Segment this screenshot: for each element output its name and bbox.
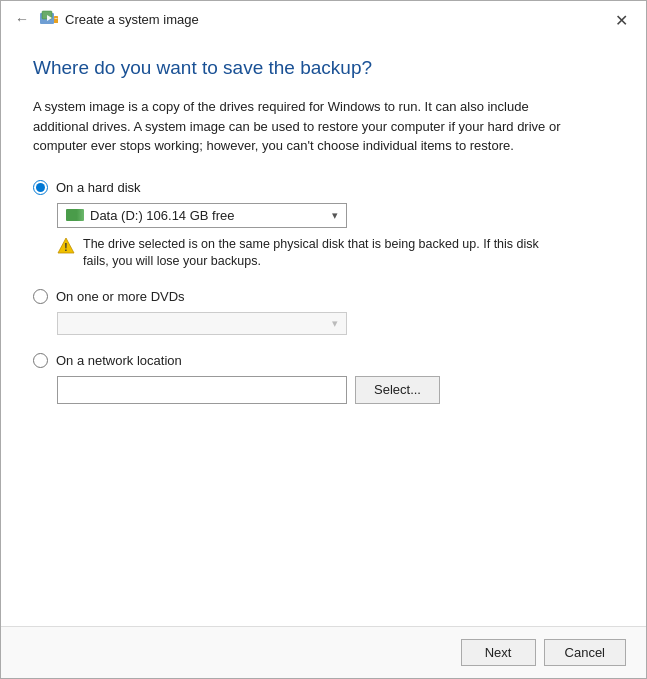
network-section: On a network location Select... xyxy=(33,353,614,404)
hard-disk-dropdown-value: Data (D:) 106.14 GB free xyxy=(90,208,235,223)
page-title: Where do you want to save the backup? xyxy=(33,57,614,79)
select-button[interactable]: Select... xyxy=(355,376,440,404)
network-radio[interactable] xyxy=(33,353,48,368)
warning-icon: ! xyxy=(57,237,75,255)
main-content: Where do you want to save the backup? A … xyxy=(1,37,646,626)
hard-disk-option[interactable]: On a hard disk xyxy=(33,180,614,195)
network-row: Select... xyxy=(57,376,614,404)
svg-rect-4 xyxy=(54,16,58,23)
dropdown-arrow-icon: ▾ xyxy=(332,209,338,222)
window-title: Create a system image xyxy=(65,12,199,27)
window-icon xyxy=(39,9,59,29)
dvd-radio[interactable] xyxy=(33,289,48,304)
title-bar: ← Create a system image ✕ xyxy=(1,1,646,37)
warning-text: The drive selected is on the same physic… xyxy=(83,236,547,271)
svg-rect-5 xyxy=(55,18,58,19)
hard-disk-section: On a hard disk Data (D:) 106.14 GB free … xyxy=(33,180,614,271)
drive-icon xyxy=(66,209,84,221)
warning-box: ! The drive selected is on the same phys… xyxy=(57,236,547,271)
hard-disk-radio[interactable] xyxy=(33,180,48,195)
dvd-label: On one or more DVDs xyxy=(56,289,185,304)
hard-disk-dropdown-container: Data (D:) 106.14 GB free ▾ xyxy=(57,203,614,228)
hard-disk-label: On a hard disk xyxy=(56,180,141,195)
cancel-button[interactable]: Cancel xyxy=(544,639,626,666)
network-label: On a network location xyxy=(56,353,182,368)
hard-disk-dropdown[interactable]: Data (D:) 106.14 GB free ▾ xyxy=(57,203,347,228)
next-button[interactable]: Next xyxy=(461,639,536,666)
footer: Next Cancel xyxy=(1,626,646,678)
description-text: A system image is a copy of the drives r… xyxy=(33,97,573,156)
network-input[interactable] xyxy=(57,376,347,404)
dvd-option[interactable]: On one or more DVDs xyxy=(33,289,614,304)
close-button[interactable]: ✕ xyxy=(609,11,634,31)
network-option[interactable]: On a network location xyxy=(33,353,614,368)
dvd-dropdown-arrow: ▾ xyxy=(332,317,338,330)
dialog-window: ← Create a system image ✕ Where do you w… xyxy=(0,0,647,679)
dvd-dropdown-container: ▾ xyxy=(57,312,614,335)
dvd-section: On one or more DVDs ▾ xyxy=(33,289,614,335)
svg-text:!: ! xyxy=(64,242,67,253)
back-button[interactable]: ← xyxy=(13,9,31,29)
dvd-dropdown: ▾ xyxy=(57,312,347,335)
